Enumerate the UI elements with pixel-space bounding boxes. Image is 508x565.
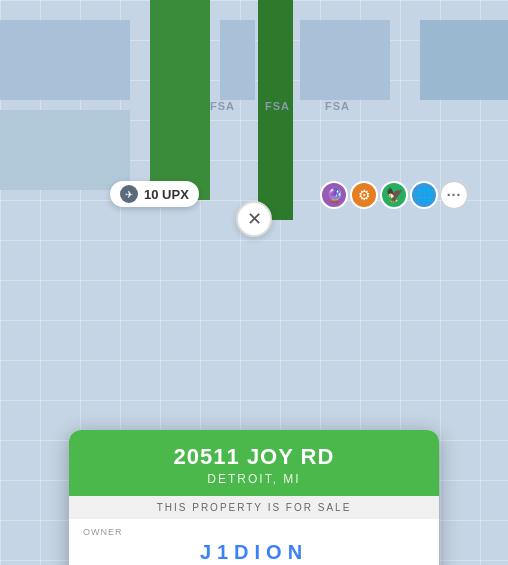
player-icon-2[interactable]: ⚙ — [350, 181, 378, 209]
property-address: 20511 JOY RD — [85, 444, 423, 470]
player-icon-1[interactable]: 🔮 — [320, 181, 348, 209]
blue-parcel-5 — [0, 110, 130, 190]
more-players-button[interactable]: ··· — [440, 181, 468, 209]
for-sale-banner: THIS PROPERTY IS FOR SALE — [69, 496, 439, 519]
blue-parcel-1 — [0, 20, 130, 100]
player-icon-4[interactable]: 🌐 — [410, 181, 438, 209]
close-button[interactable]: ✕ — [236, 201, 272, 237]
owner-section: OWNER J1DION — [69, 519, 439, 565]
owner-name[interactable]: J1DION — [83, 537, 425, 565]
upland-icon: ✈ — [120, 185, 138, 203]
property-card: 20511 JOY RD DETROIT, MI THIS PROPERTY I… — [69, 430, 439, 565]
upland-value: 10 UPX — [144, 187, 189, 202]
owner-label: OWNER — [83, 527, 425, 537]
fsa-label-1: FSA — [210, 100, 235, 112]
blue-parcel-4 — [420, 20, 508, 100]
blue-parcel-2 — [220, 20, 255, 100]
green-parcel-1 — [150, 0, 210, 200]
player-icons-row: 🔮 ⚙ 🦅 🌐 ··· — [320, 181, 468, 209]
player-icon-3[interactable]: 🦅 — [380, 181, 408, 209]
blue-parcel-3 — [300, 20, 390, 100]
card-header: 20511 JOY RD DETROIT, MI — [69, 430, 439, 496]
upland-badge[interactable]: ✈ 10 UPX — [110, 181, 199, 207]
fsa-label-2: FSA — [265, 100, 290, 112]
close-icon: ✕ — [247, 208, 262, 230]
fsa-label-3: FSA — [325, 100, 350, 112]
property-city: DETROIT, MI — [85, 472, 423, 486]
